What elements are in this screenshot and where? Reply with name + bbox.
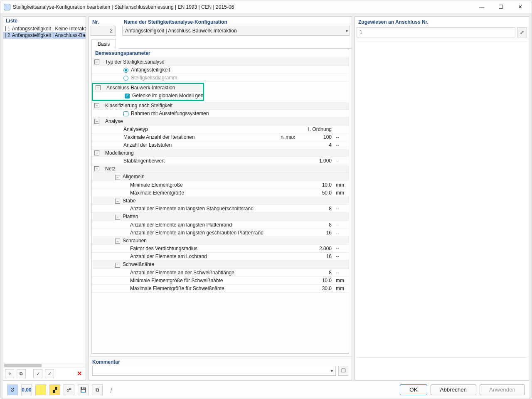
footer-toolbar: Ø 0,00 ▞ ☍ 💾 ⧉ ƒ OK Abbrechen Anwenden [3,380,529,399]
tool-e[interactable]: ☍ [64,384,74,395]
collapse-icon[interactable]: − [94,59,99,64]
tool-decimals[interactable]: 0,00 [21,384,32,395]
checkbox-braced-frames[interactable] [123,111,128,116]
comment-picker-button[interactable]: ❐ [338,366,348,376]
list-item-label: Anfangssteifigkeit | Anschluss-Bauwerk-I… [12,32,86,38]
color-swatch [5,33,6,38]
tab-basis[interactable]: Basis [91,39,116,49]
comment-input[interactable]: ▾ [92,366,336,376]
collapse-icon[interactable]: − [94,150,99,155]
assigned-label: Zugewiesen an Anschluss Nr. [355,17,529,27]
radio-stiffness-diagram[interactable] [123,76,128,81]
collapse-icon[interactable]: − [94,119,99,124]
cancel-button[interactable]: Abbrechen [431,384,476,395]
check-b-button[interactable]: ✓ [45,369,54,378]
tool-save[interactable]: 💾 [78,384,89,395]
assigned-pane: Zugewiesen an Anschluss Nr. 1 ⤢ [355,16,529,380]
window-title: Steifigkeitsanalyse-Konfiguration bearbe… [13,4,476,10]
name-dropdown[interactable]: Anfangssteifigkeit | Anschluss-Bauwerk-I… [122,26,350,36]
chevron-down-icon: ▾ [331,369,333,373]
copy-button[interactable]: ⧉ [17,369,26,378]
collapse-icon[interactable]: − [115,175,120,180]
assigned-input[interactable]: 1 [357,27,515,37]
list-pane: Liste 1 Anfangssteifigkeit | Keine Inter… [3,16,86,380]
list-header: Liste [3,17,86,25]
collapse-icon[interactable]: − [96,85,101,90]
app-icon [4,4,10,10]
check-a-button[interactable]: ✓ [33,369,42,378]
ok-button[interactable]: OK [400,384,427,395]
collapse-icon[interactable]: − [94,103,99,108]
new-button[interactable]: ✧ [5,369,14,378]
collapse-icon[interactable]: − [94,166,99,171]
collapse-icon[interactable]: − [115,215,120,220]
apply-button[interactable]: Anwenden [480,384,525,395]
color-swatch [5,26,6,31]
minimize-button[interactable]: — [476,3,488,11]
list-item-label: Anfangssteifigkeit | Keine Interaktion [12,26,86,32]
tool-color-b[interactable]: ▞ [49,384,60,395]
name-label: Name der Steifigkeitsanalyse-Konfigurati… [122,18,350,26]
nr-input[interactable]: 2 [91,26,116,36]
checkbox-generate-hinges[interactable] [125,94,130,99]
collapse-icon[interactable]: − [115,263,120,268]
tool-units[interactable]: Ø [7,384,18,395]
config-pane: Nr. 2 Name der Steifigkeitsanalyse-Konfi… [89,16,352,380]
maximize-button[interactable]: ☐ [495,3,507,11]
pick-button[interactable]: ⤢ [517,27,527,37]
dialog-window: Steifigkeitsanalyse-Konfiguration bearbe… [0,0,532,399]
tool-color-a[interactable] [35,384,46,395]
collapse-icon[interactable]: − [115,199,120,204]
tool-g[interactable]: ⧉ [92,384,103,395]
chevron-down-icon: ▾ [346,29,348,33]
list-item[interactable]: 2 Anfangssteifigkeit | Anschluss-Bauwerk… [3,32,86,39]
list-toolbar: ✧ ⧉ ✓ ✓ ✕ [3,367,86,380]
delete-button[interactable]: ✕ [75,369,84,378]
parameter-tree: Bemessungsparameter −Typ der Steifigkeit… [91,49,349,354]
collapse-icon[interactable]: − [115,239,120,244]
nr-label: Nr. [91,18,120,26]
titlebar: Steifigkeitsanalyse-Konfiguration bearbe… [0,0,532,14]
section-title: Bemessungsparameter [92,49,349,58]
highlight-interaction: −Anschluss-Bauwerk-Interaktion Gelenke i… [92,83,204,101]
comment-label: Kommentar [92,359,348,365]
radio-initial-stiffness[interactable] [123,68,128,73]
tool-h[interactable]: ƒ [106,384,117,395]
list-item[interactable]: 1 Anfangssteifigkeit | Keine Interaktion [3,25,86,32]
close-button[interactable]: ✕ [514,3,526,11]
